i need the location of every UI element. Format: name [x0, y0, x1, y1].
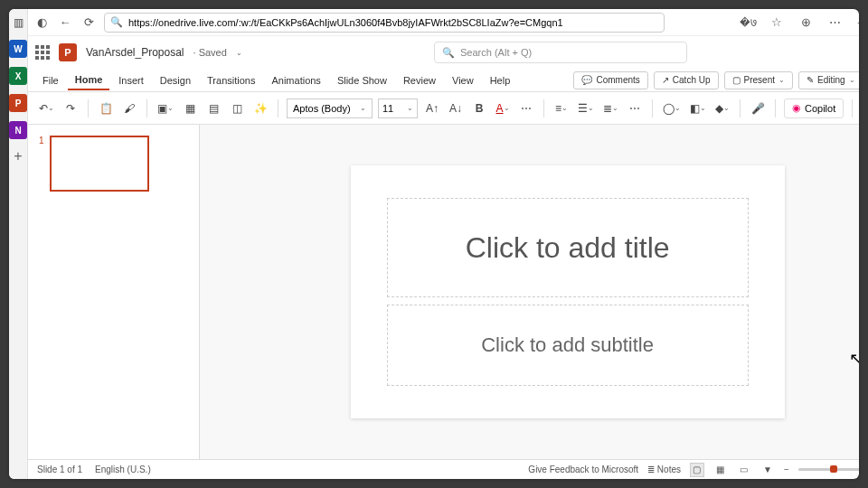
- tab-transitions[interactable]: Transitions: [200, 71, 262, 89]
- favorite-icon[interactable]: ☆: [769, 15, 785, 29]
- ribbon-tabs: File Home Insert Design Transitions Anim…: [28, 69, 859, 92]
- tab-view[interactable]: View: [445, 71, 481, 89]
- profile-icon[interactable]: ◐: [33, 15, 50, 29]
- decrease-font-button[interactable]: A↓: [447, 99, 465, 118]
- workspace: 1 Click to add title Click to add subtit…: [28, 125, 859, 459]
- document-name[interactable]: VanArsdel_Proposal: [86, 46, 184, 59]
- chevron-down-icon: ⌄: [778, 76, 785, 84]
- excel-app-icon[interactable]: X: [9, 67, 27, 85]
- browser-toolbar: ◐ ← ⟳ 🔍 �७ ☆ ⊕ ⋯ — ☐ ✕: [28, 9, 859, 36]
- reset-button[interactable]: ▤: [204, 99, 222, 118]
- minimize-button[interactable]: —: [855, 15, 859, 29]
- comment-icon: 💬: [581, 75, 592, 85]
- back-button[interactable]: ←: [57, 15, 73, 29]
- slide-number: 1: [39, 136, 44, 192]
- slide-canvas[interactable]: Click to add title Click to add subtitle…: [200, 125, 859, 459]
- doc-menu-chevron-icon[interactable]: ⌄: [236, 49, 242, 57]
- section-button[interactable]: ◫: [228, 99, 246, 118]
- title-bar: P VanArsdel_Proposal · Saved ⌄ 🔍 Search …: [28, 36, 859, 69]
- bold-button[interactable]: B: [470, 99, 488, 118]
- tab-slideshow[interactable]: Slide Show: [330, 71, 394, 89]
- word-app-icon[interactable]: W: [9, 40, 27, 58]
- ribbon-toolbar: ↶⌄ ↷ 📋 🖌 ▣⌄ ▦ ▤ ◫ ✨ Aptos (Body)⌄ 11⌄ A↑…: [28, 92, 859, 125]
- designer-button[interactable]: ✨: [251, 99, 269, 118]
- normal-view-button[interactable]: ▢: [690, 463, 704, 477]
- bullets-button[interactable]: ≡⌄: [552, 99, 571, 118]
- search-placeholder: Search (Alt + Q): [460, 47, 532, 58]
- address-bar[interactable]: 🔍: [104, 13, 665, 33]
- save-status: · Saved: [193, 47, 227, 58]
- status-bar: Slide 1 of 1 English (U.S.) Give Feedbac…: [28, 459, 859, 479]
- styles-button[interactable]: ◆⌄: [713, 99, 731, 118]
- numbering-button[interactable]: ☰⌄: [576, 99, 596, 118]
- language-status[interactable]: English (U.S.): [95, 465, 151, 474]
- catchup-icon: ↗: [662, 75, 669, 85]
- read-aloud-icon[interactable]: �७: [740, 15, 756, 30]
- redo-button[interactable]: ↷: [61, 99, 80, 118]
- app-launcher-icon[interactable]: [35, 45, 50, 60]
- feedback-link[interactable]: Give Feedback to Microsoft: [528, 465, 638, 474]
- reading-view-button[interactable]: ▭: [737, 463, 751, 477]
- main-area: ◐ ← ⟳ 🔍 �७ ☆ ⊕ ⋯ — ☐ ✕ P VanArsdel_Propo…: [28, 9, 859, 479]
- onenote-app-icon[interactable]: N: [9, 121, 27, 139]
- refresh-button[interactable]: ⟳: [80, 15, 97, 29]
- zoom-out-button[interactable]: −: [784, 465, 789, 474]
- zoom-slider[interactable]: [798, 468, 859, 471]
- dictate-button[interactable]: 🎤: [749, 99, 767, 118]
- search-icon: 🔍: [442, 47, 455, 59]
- search-box[interactable]: 🔍 Search (Alt + Q): [434, 42, 687, 63]
- comments-button[interactable]: 💬Comments: [573, 71, 647, 89]
- shapes-button[interactable]: ◯⌄: [661, 99, 683, 118]
- more-font-button[interactable]: ⋯: [517, 99, 535, 118]
- catchup-button[interactable]: ↗Catch Up: [654, 71, 719, 89]
- chevron-down-icon: ⌄: [360, 104, 366, 112]
- tab-file[interactable]: File: [35, 71, 66, 89]
- paste-button[interactable]: 📋: [97, 99, 115, 118]
- tab-help[interactable]: Help: [483, 71, 518, 89]
- slide-panel: 1: [28, 125, 200, 459]
- pencil-icon: ✎: [807, 75, 814, 85]
- tab-insert[interactable]: Insert: [111, 71, 151, 89]
- sorter-view-button[interactable]: ▦: [713, 463, 728, 477]
- powerpoint-app-icon[interactable]: P: [9, 94, 27, 112]
- new-slide-button[interactable]: ▣⌄: [156, 99, 175, 118]
- chevron-down-icon: ⌄: [849, 76, 855, 84]
- add-app-icon[interactable]: +: [10, 148, 26, 164]
- tab-animations[interactable]: Animations: [264, 71, 327, 89]
- font-color-button[interactable]: A⌄: [494, 99, 512, 118]
- more-para-button[interactable]: ⋯: [626, 99, 644, 118]
- url-input[interactable]: [128, 17, 658, 28]
- mouse-cursor-icon: ↖: [849, 349, 859, 369]
- lock-icon: 🔍: [110, 16, 123, 28]
- copilot-icon: ◉: [792, 102, 801, 114]
- copilot-button[interactable]: ◉Copilot: [784, 99, 844, 118]
- layout-button[interactable]: ▦: [181, 99, 199, 118]
- undo-button[interactable]: ↶⌄: [37, 99, 56, 118]
- tab-design[interactable]: Design: [153, 71, 198, 89]
- chevron-down-icon: ⌄: [407, 104, 413, 112]
- tab-home[interactable]: Home: [68, 70, 110, 90]
- tab-manager-icon[interactable]: ▥: [10, 14, 26, 31]
- format-painter-button[interactable]: 🖌: [120, 99, 138, 118]
- notes-button[interactable]: ≣ Notes: [647, 465, 681, 474]
- present-button[interactable]: ▢Present⌄: [724, 71, 793, 89]
- left-rail: ▥ W X P N +: [9, 9, 28, 479]
- arrange-button[interactable]: ◧⌄: [688, 99, 708, 118]
- slide-thumbnail[interactable]: 1: [39, 136, 188, 192]
- align-button[interactable]: ≣⌄: [601, 99, 620, 118]
- app-window: ▥ W X P N + ◐ ← ⟳ 🔍 �७ ☆ ⊕ ⋯ — ☐ ✕: [9, 9, 859, 479]
- subtitle-placeholder[interactable]: Click to add subtitle: [387, 305, 749, 386]
- slide: Click to add title Click to add subtitle: [351, 165, 785, 418]
- collections-icon[interactable]: ⊕: [797, 15, 814, 29]
- present-icon: ▢: [732, 75, 741, 85]
- font-selector[interactable]: Aptos (Body)⌄: [287, 99, 373, 118]
- browser-menu-icon[interactable]: ⋯: [826, 15, 843, 29]
- powerpoint-logo: P: [59, 43, 77, 61]
- title-placeholder[interactable]: Click to add title: [387, 198, 749, 297]
- tab-review[interactable]: Review: [396, 71, 443, 89]
- editing-button[interactable]: ✎Editing⌄: [798, 71, 859, 89]
- increase-font-button[interactable]: A↑: [423, 99, 441, 118]
- slideshow-view-button[interactable]: ▼: [760, 463, 775, 477]
- font-size-selector[interactable]: 11⌄: [378, 99, 418, 118]
- slide-counter[interactable]: Slide 1 of 1: [37, 465, 82, 474]
